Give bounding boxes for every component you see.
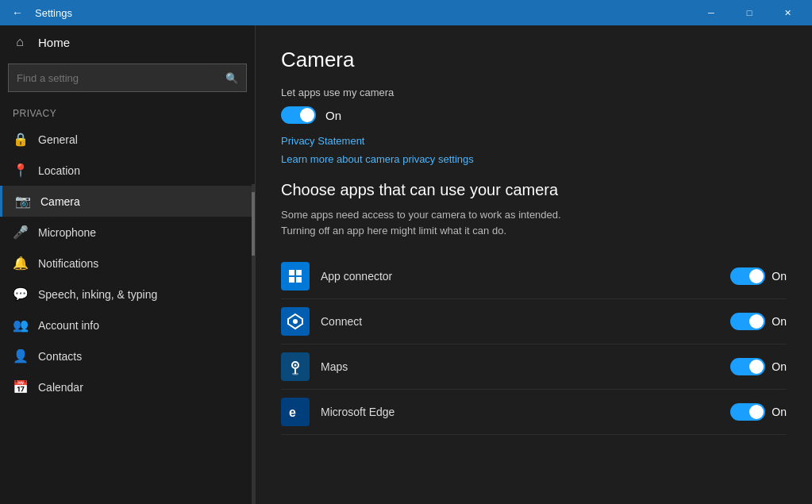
app-name-edge: Microsoft Edge [321, 406, 730, 418]
sidebar-item-microphone[interactable]: 🎤 Microphone [0, 217, 255, 248]
nav-list: 🔒 General 📍 Location 📷 Camera 🎤 Micropho… [0, 124, 255, 504]
svg-rect-1 [296, 270, 302, 275]
sidebar-item-label-calendar: Calendar [38, 381, 83, 394]
camera-toggle-label: On [325, 109, 341, 122]
content-area: Camera Let apps use my camera On Privacy… [256, 25, 812, 504]
titlebar-title: Settings [35, 7, 687, 19]
sidebar-item-label-microphone: Microphone [38, 226, 96, 239]
speech-icon: 💬 [13, 287, 27, 302]
toggle-knob [300, 108, 314, 122]
app-icon-edge: e [281, 398, 310, 426]
account-icon: 👥 [13, 317, 27, 333]
app-icon-connect [281, 307, 310, 336]
titlebar: ← Settings ─ □ ✕ [0, 0, 812, 25]
minimize-button[interactable]: ─ [693, 0, 729, 25]
sidebar-item-camera[interactable]: 📷 Camera [0, 186, 255, 217]
app-toggle-row-appconnector: On [730, 267, 787, 285]
app-toggle-label-edge: On [772, 406, 787, 418]
sidebar-item-label-notifications: Notifications [38, 257, 98, 270]
sidebar-item-label-camera: Camera [40, 195, 80, 208]
toggle-knob [749, 405, 764, 419]
camera-icon: 📷 [15, 194, 29, 209]
app-icon-maps [281, 352, 310, 381]
sidebar: ⌂ Home 🔍 Privacy 🔒 General 📍 Location 📷 … [0, 25, 256, 504]
camera-toggle-row: On [281, 106, 787, 124]
calendar-icon: 📅 [13, 379, 27, 394]
home-icon: ⌂ [13, 35, 27, 49]
sidebar-item-label-account: Account info [38, 319, 99, 332]
choose-section-heading: Choose apps that can use your camera [281, 181, 787, 199]
window-controls: ─ □ ✕ [693, 0, 806, 25]
app-list: App connector On Connect [281, 254, 787, 435]
app-icon-appconnector [281, 262, 310, 290]
svg-point-6 [294, 364, 297, 367]
maximize-button[interactable]: □ [731, 0, 768, 25]
svg-point-4 [293, 319, 298, 324]
app-toggle-connect[interactable] [730, 313, 765, 330]
app-row-appconnector: App connector On [281, 254, 787, 299]
app-name-connect: Connect [321, 315, 730, 328]
app-toggle-row-maps: On [730, 358, 787, 375]
sidebar-item-label-location: Location [38, 164, 80, 177]
learn-more-link[interactable]: Learn more about camera privacy settings [281, 153, 787, 165]
camera-toggle[interactable] [281, 106, 316, 124]
notifications-icon: 🔔 [13, 256, 27, 271]
lock-icon: 🔒 [13, 132, 27, 147]
app-toggle-label-connect: On [772, 315, 787, 328]
sidebar-item-account[interactable]: 👥 Account info [0, 310, 255, 340]
toggle-knob [749, 314, 764, 329]
sidebar-item-contacts[interactable]: 👤 Contacts [0, 340, 255, 371]
toggle-knob [749, 360, 764, 374]
app-row-connect: Connect On [281, 299, 787, 344]
app-name-appconnector: App connector [321, 270, 730, 283]
privacy-statement-link[interactable]: Privacy Statement [281, 135, 787, 147]
back-button[interactable]: ← [6, 2, 29, 24]
app-toggle-row-connect: On [730, 313, 787, 330]
sidebar-item-speech[interactable]: 💬 Speech, inking, & typing [0, 279, 255, 310]
sidebar-scrollbar[interactable] [252, 184, 255, 504]
sidebar-item-calendar[interactable]: 📅 Calendar [0, 371, 255, 402]
allow-label: Let apps use my camera [281, 87, 787, 98]
description-text: Some apps need access to your camera to … [281, 207, 787, 238]
svg-point-7 [292, 373, 298, 375]
sidebar-item-location[interactable]: 📍 Location [0, 155, 255, 186]
svg-rect-2 [289, 277, 294, 283]
search-input[interactable] [17, 72, 219, 84]
app-toggle-edge[interactable] [730, 403, 765, 421]
svg-text:e: e [289, 406, 296, 419]
app-name-maps: Maps [321, 360, 730, 373]
toggle-knob [749, 269, 764, 283]
app-toggle-appconnector[interactable] [730, 267, 765, 285]
sidebar-scrollbar-thumb [252, 192, 255, 256]
svg-rect-0 [289, 270, 294, 275]
app-toggle-row-edge: On [730, 403, 787, 421]
svg-rect-3 [296, 277, 302, 283]
location-icon: 📍 [13, 163, 27, 178]
sidebar-item-label-general: General [38, 133, 78, 146]
sidebar-item-label-contacts: Contacts [38, 350, 82, 363]
search-box: 🔍 [8, 63, 247, 92]
sidebar-item-general[interactable]: 🔒 General [0, 124, 255, 155]
page-title: Camera [281, 48, 787, 72]
app-toggle-label-appconnector: On [772, 270, 787, 283]
contacts-icon: 👤 [13, 348, 27, 364]
app-row-maps: Maps On [281, 344, 787, 390]
privacy-section-label: Privacy [0, 102, 255, 124]
main-layout: ⌂ Home 🔍 Privacy 🔒 General 📍 Location 📷 … [0, 25, 812, 504]
microphone-icon: 🎤 [13, 225, 27, 240]
app-toggle-maps[interactable] [730, 358, 765, 375]
close-button[interactable]: ✕ [769, 0, 806, 25]
sidebar-item-home[interactable]: ⌂ Home [0, 25, 255, 59]
app-toggle-label-maps: On [772, 360, 787, 373]
sidebar-item-notifications[interactable]: 🔔 Notifications [0, 248, 255, 279]
sidebar-item-label-speech: Speech, inking, & typing [38, 288, 157, 301]
search-icon: 🔍 [225, 72, 238, 84]
app-row-edge: e Microsoft Edge On [281, 390, 787, 435]
home-label: Home [38, 36, 70, 49]
